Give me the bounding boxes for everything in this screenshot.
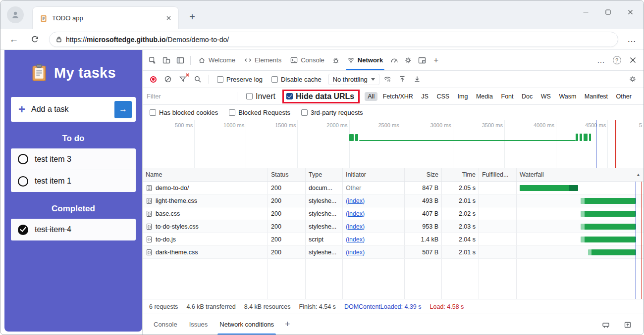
filter-pill-all[interactable]: All [365,92,377,101]
tab-console[interactable]: Console [286,50,329,70]
task-item[interactable]: test item 1 [11,170,136,192]
column-header-size[interactable]: Size [405,168,442,181]
hide-data-urls-checkbox[interactable]: Hide data URLs [286,92,354,101]
filter-pill-other[interactable]: Other [613,92,635,101]
checkbox-box[interactable] [271,76,278,83]
tab-elements[interactable]: Elements [240,50,286,70]
filter-toggle-icon[interactable] [176,72,190,86]
maximize-button[interactable] [597,0,619,23]
initiator-link[interactable]: (index) [346,236,365,243]
record-network-log-icon[interactable] [150,76,157,83]
column-header-time[interactable]: Time [442,168,479,181]
tab-network[interactable]: Network [343,50,387,70]
filter-pill-ws[interactable]: WS [538,92,554,101]
inspect-element-icon[interactable] [146,53,160,67]
import-har-icon[interactable] [410,72,424,86]
minimize-button[interactable] [575,0,597,23]
throttling-dropdown[interactable]: No throttling [328,74,379,85]
network-request-row[interactable]: dark-theme.css200styleshe...(index)507 B… [143,246,644,259]
network-overview-timeline[interactable]: 500 ms1000 ms1500 ms2000 ms2500 ms3000 m… [143,120,644,168]
initiator-link[interactable]: (index) [346,249,365,256]
filter-input[interactable] [147,93,232,100]
column-header-status[interactable]: Status [268,168,306,181]
network-settings-gear-icon[interactable] [626,72,640,86]
column-header-fulfilled[interactable]: Fulfilled... [479,168,517,181]
add-task-submit-button[interactable]: → [114,101,132,118]
filter-pill-media[interactable]: Media [473,92,496,101]
task-checkbox-icon[interactable] [18,176,28,187]
checkbox-box[interactable] [229,109,235,116]
blocked-requests-checkbox[interactable]: Blocked Requests [229,109,290,116]
overview-activity-bar [584,134,588,141]
profile-avatar[interactable] [7,6,24,23]
tab-welcome[interactable]: Welcome [194,50,240,70]
add-tab-button[interactable]: + [429,53,443,67]
network-request-row[interactable]: to-do.js200script(index)1.4 kB2.04 s [143,233,644,246]
preserve-log-checkbox[interactable]: Preserve log [217,76,263,83]
drawer-tab-console[interactable]: Console [148,314,183,335]
close-window-button[interactable] [619,0,642,23]
help-icon[interactable]: ? [610,53,624,67]
invert-checkbox[interactable]: Invert [246,92,275,101]
waterfall-bar [581,237,636,242]
search-icon[interactable] [191,72,205,86]
performance-icon[interactable] [387,53,401,67]
issues-icon[interactable] [329,53,343,67]
task-item[interactable]: test item 4 [11,219,136,240]
device-toolbar-icon[interactable] [160,53,173,67]
filter-pill-js[interactable]: JS [418,92,431,101]
browser-tab[interactable]: TODO app [32,6,179,29]
add-task-field[interactable]: + Add a task → [11,97,136,122]
drawer-tab-issues[interactable]: Issues [183,314,214,335]
panel-layout-icon[interactable] [173,53,187,67]
network-request-row[interactable]: base.css200styleshe...(index)407 B2.02 s [143,207,644,220]
initiator-link[interactable]: (index) [346,210,365,217]
export-har-icon[interactable] [395,72,409,86]
address-bar[interactable]: https://microsoftedge.github.io/Demos/de… [49,32,618,47]
clear-network-log-icon[interactable] [161,72,175,86]
new-tab-button[interactable]: + [186,10,199,23]
close-devtools-icon[interactable] [626,53,640,67]
initiator-link[interactable]: (index) [346,197,365,204]
network-request-row[interactable]: light-theme.css200styleshe...(index)493 … [143,194,644,207]
remote-devices-icon[interactable] [599,318,613,332]
tab-close-icon[interactable] [163,13,173,23]
network-request-row[interactable]: demo-to-do/200docum...Other847 B2.05 s [143,182,644,194]
overview-tick-label: 1000 ms [223,122,244,128]
filter-pill-manifest[interactable]: Manifest [582,92,611,101]
checkbox-box[interactable] [301,109,308,116]
column-header-initiator[interactable]: Initiator [343,168,405,181]
checkbox-box-checked[interactable] [286,93,293,99]
more-options-icon[interactable]: … [594,53,608,67]
disable-cache-checkbox[interactable]: Disable cache [271,76,322,83]
overview-gridline [297,120,298,168]
filter-pill-css[interactable]: CSS [433,92,452,101]
settings-gear-icon[interactable] [401,53,415,67]
filter-pill-img[interactable]: Img [455,92,471,101]
add-drawer-tab-button[interactable]: + [280,319,295,330]
filter-pill-fetch-xhr[interactable]: Fetch/XHR [380,92,416,101]
task-item[interactable]: test item 3 [11,148,136,170]
filter-pill-doc[interactable]: Doc [519,92,536,101]
has-blocked-cookies-checkbox[interactable]: Has blocked cookies [150,109,218,116]
filter-pill-font[interactable]: Font [498,92,517,101]
undock-drawer-icon[interactable] [621,318,635,332]
checkbox-box[interactable] [246,93,253,99]
back-button[interactable]: ← [6,32,21,47]
refresh-button[interactable] [27,32,42,47]
browser-menu-icon[interactable]: … [627,34,637,45]
checkbox-box[interactable] [217,76,223,83]
initiator-link[interactable]: (index) [346,223,365,230]
task-checkbox-checked-icon[interactable] [18,225,28,235]
column-header-type[interactable]: Type [306,168,343,181]
checkbox-box[interactable] [150,109,156,116]
drawer-tab-network-conditions[interactable]: Network conditions [214,314,280,335]
column-header-name[interactable]: Name [143,168,268,181]
3rd-party-requests-checkbox[interactable]: 3rd-party requests [301,109,363,116]
network-conditions-icon[interactable] [380,72,394,86]
task-checkbox-icon[interactable] [18,154,28,164]
network-request-row[interactable]: to-do-styles.css200styleshe...(index)953… [143,220,644,233]
filter-pill-wasm[interactable]: Wasm [556,92,579,101]
column-header-waterfall[interactable]: Waterfall▲ [517,168,644,181]
dock-panel-icon[interactable] [415,53,429,67]
